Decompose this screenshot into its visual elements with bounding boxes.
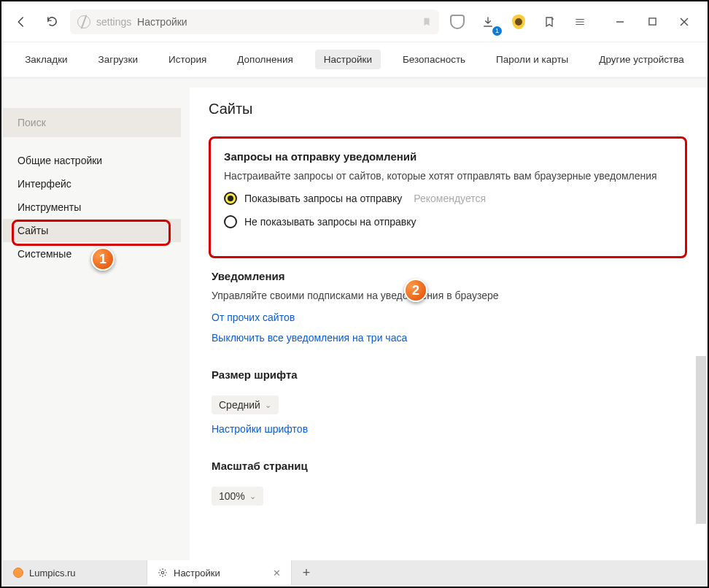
- link-font-settings[interactable]: Настройки шрифтов: [212, 423, 684, 435]
- sidebar-item-tools[interactable]: Инструменты: [3, 196, 181, 219]
- protect-icon[interactable]: [506, 9, 531, 34]
- chevron-down-icon: ⌄: [265, 401, 271, 410]
- annotation-marker-1: 1: [91, 247, 115, 271]
- radio-label: Не показывать запросы на отправку: [244, 216, 417, 228]
- radio-label: Показывать запросы на отправку: [244, 193, 402, 204]
- gear-icon: [158, 568, 168, 578]
- link-other-sites[interactable]: От прочих сайтов: [212, 312, 684, 323]
- font-size-heading: Размер шрифта: [212, 368, 684, 381]
- menu-button[interactable]: [567, 9, 592, 34]
- close-button[interactable]: [668, 9, 700, 34]
- topnav-security[interactable]: Безопасность: [394, 50, 474, 69]
- settings-main: Сайты Запросы на отправку уведомлений На…: [190, 88, 706, 560]
- settings-sidebar: Поиск Общие настройки Интерфейс Инструме…: [3, 79, 181, 560]
- close-icon[interactable]: ✕: [273, 568, 281, 579]
- topnav-addons[interactable]: Дополнения: [228, 50, 301, 69]
- notifications-section: Уведомления Управляйте своими подписками…: [209, 270, 687, 344]
- sidebar-item-general[interactable]: Общие настройки: [3, 149, 181, 172]
- settings-body: Поиск Общие настройки Интерфейс Инструме…: [3, 79, 706, 560]
- chevron-down-icon: ⌄: [249, 492, 256, 501]
- page-scale-section: Масштаб страниц 100% ⌄: [209, 460, 687, 506]
- radio-icon: [224, 215, 237, 228]
- tab-label: Lumpics.ru: [29, 568, 76, 579]
- svg-point-1: [161, 571, 164, 574]
- page-scale-heading: Масштаб страниц: [212, 460, 684, 472]
- page-scale-select[interactable]: 100% ⌄: [212, 487, 263, 506]
- topnav-history[interactable]: История: [160, 50, 215, 69]
- topnav-devices[interactable]: Другие устройства: [590, 50, 693, 69]
- window-controls: [604, 9, 700, 34]
- maximize-button[interactable]: [636, 9, 668, 34]
- address-bar[interactable]: settings Настройки: [70, 9, 439, 34]
- notif-req-heading: Запросы на отправку уведомлений: [224, 150, 672, 163]
- radio-show-requests[interactable]: Показывать запросы на отправку Рекоменду…: [224, 192, 672, 205]
- notif-req-desc: Настраивайте запросы от сайтов, которые …: [224, 170, 672, 182]
- tab-lumpics[interactable]: Lumpics.ru: [3, 560, 147, 585]
- svg-rect-0: [648, 18, 655, 25]
- link-mute-3h[interactable]: Выключить все уведомления на три часа: [212, 332, 684, 344]
- back-button[interactable]: [9, 9, 34, 34]
- select-value: 100%: [219, 490, 245, 502]
- settings-topnav: Закладки Загрузки История Дополнения Нас…: [1, 42, 708, 77]
- tab-label: Настройки: [174, 568, 220, 579]
- font-size-section: Размер шрифта Средний ⌄ Настройки шрифто…: [209, 368, 687, 435]
- tab-settings[interactable]: Настройки ✕: [147, 560, 292, 585]
- tab-strip: Lumpics.ru Настройки ✕ +: [3, 560, 706, 585]
- radio-icon: [224, 192, 237, 205]
- sidebar-item-interface[interactable]: Интерфейс: [3, 172, 181, 196]
- url-text: settings Настройки: [96, 16, 187, 28]
- topnav-bookmarks[interactable]: Закладки: [16, 50, 76, 69]
- recommended-label: Рекомендуется: [414, 193, 486, 204]
- page-title: Сайты: [209, 101, 687, 117]
- favicon-icon: [13, 568, 23, 578]
- annotation-marker-2: 2: [404, 279, 427, 302]
- topnav-passwords[interactable]: Пароли и карты: [487, 50, 577, 69]
- notifications-heading: Уведомления: [212, 270, 684, 282]
- topnav-settings[interactable]: Настройки: [315, 50, 381, 69]
- zen-icon[interactable]: [445, 9, 470, 34]
- sidebar-item-sites[interactable]: Сайты: [3, 219, 181, 242]
- select-value: Средний: [219, 399, 260, 411]
- font-size-select[interactable]: Средний ⌄: [212, 395, 279, 414]
- bookmark-icon[interactable]: [422, 16, 432, 28]
- browser-toolbar: settings Настройки 1: [1, 1, 708, 42]
- notification-requests-section: Запросы на отправку уведомлений Настраив…: [209, 136, 687, 258]
- downloads-button[interactable]: 1: [476, 9, 500, 34]
- notifications-desc: Управляйте своими подписками на уведомле…: [212, 290, 684, 301]
- site-identity-icon: [77, 15, 90, 28]
- downloads-badge: 1: [492, 26, 502, 36]
- radio-hide-requests[interactable]: Не показывать запросы на отправку: [224, 215, 672, 228]
- reload-button[interactable]: [39, 9, 64, 34]
- bookmark-toolbar-button[interactable]: [537, 9, 562, 34]
- settings-search-input[interactable]: Поиск: [3, 108, 181, 137]
- scrollbar-vertical[interactable]: [696, 356, 706, 524]
- topnav-downloads[interactable]: Загрузки: [90, 50, 147, 69]
- minimize-button[interactable]: [604, 9, 636, 34]
- new-tab-button[interactable]: +: [292, 560, 321, 585]
